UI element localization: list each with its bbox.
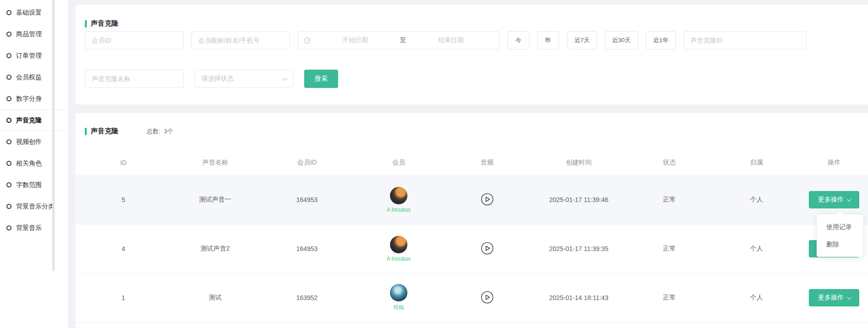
sidebar-item-label: 背景音乐: [16, 224, 42, 232]
cell-member: A Incubus: [355, 236, 442, 262]
col-header-id: ID: [75, 159, 172, 166]
col-header-member-id: 会员ID: [259, 159, 355, 167]
cell-id: 4: [75, 245, 172, 252]
cell-voice-name: 测试声音2: [172, 245, 259, 253]
avatar[interactable]: [390, 187, 407, 204]
sidebar-item-related-roles[interactable]: 相关角色: [0, 153, 68, 174]
cell-status: 正常: [626, 245, 713, 253]
member-id-input[interactable]: [85, 31, 184, 49]
cell-audio: [442, 291, 532, 305]
voice-clone-table: ID 声音名称 会员ID 会员 音频 创建时间 状态 归属 操作 5 测试声音一…: [75, 150, 868, 323]
table-row: 4 测试声音2 164953 A Incubus 2025-01-17 11:3…: [75, 224, 868, 273]
voice-clone-table-card: 声音克隆 总数: 3个 ID 声音名称 会员ID 会员 音频 创建时间 状态 归…: [75, 113, 868, 328]
sidebar-item-video-creation[interactable]: 视频创作: [0, 131, 68, 153]
voice-clone-id-input[interactable]: [684, 31, 807, 49]
section-marker: [85, 128, 87, 135]
col-header-voice-name: 声音名称: [172, 159, 259, 167]
quick-yesterday-button[interactable]: 昨: [537, 31, 559, 49]
sidebar-scrollbar[interactable]: [52, 0, 55, 271]
filter-section-title: 声音克隆: [85, 19, 118, 28]
col-header-member: 会员: [355, 159, 442, 167]
status-select[interactable]: 请选择状态: [195, 70, 293, 88]
col-header-status: 状态: [626, 159, 713, 167]
play-audio-icon[interactable]: [481, 193, 494, 206]
avatar[interactable]: [390, 236, 407, 253]
cell-id: 1: [75, 294, 172, 301]
member-name-link[interactable]: 培灿: [393, 304, 404, 312]
clock-icon: [304, 37, 311, 44]
cell-owner: 个人: [713, 294, 800, 302]
sidebar-item-label: 相关角色: [16, 159, 42, 168]
filter-card: 声音克隆 开始日期 至 结束日期 今 昨 近7天 近30天 近1年 请选择状态 …: [75, 5, 868, 104]
member-name-link[interactable]: A Incubus: [387, 207, 411, 213]
col-header-audio: 音频: [442, 159, 532, 167]
play-audio-icon[interactable]: [481, 291, 494, 304]
filter-row-1: 开始日期 至 结束日期 今 昨 近7天 近30天 近1年: [85, 31, 859, 49]
sidebar-item-order-mgmt[interactable]: 订单管理: [0, 45, 68, 66]
sidebar-item-label: 数字分身: [16, 95, 42, 103]
search-button[interactable]: 搜索: [304, 70, 338, 88]
play-audio-icon[interactable]: [481, 242, 494, 255]
avatar[interactable]: [390, 284, 407, 301]
table-section-header: 声音克隆 总数: 3个: [85, 127, 173, 136]
cell-voice-name: 测试: [172, 294, 259, 302]
more-actions-button[interactable]: 更多操作: [809, 289, 859, 306]
radio-circle-icon: [6, 75, 11, 80]
dropdown-item-usage-log[interactable]: 使用记录: [817, 218, 863, 235]
member-name-link[interactable]: A Incubus: [387, 256, 411, 262]
cell-created-time: 2025-01-17 11:39:46: [532, 196, 626, 203]
cell-member-id: 164953: [259, 245, 355, 252]
quick-today-button[interactable]: 今: [507, 31, 529, 49]
total-count: 总数: 3个: [147, 127, 173, 136]
chevron-down-icon: [847, 295, 851, 300]
voice-clone-name-input[interactable]: [85, 70, 184, 88]
chevron-down-icon: [283, 76, 288, 81]
sidebar-item-digital-avatar[interactable]: 数字分身: [0, 88, 68, 109]
dropdown-item-delete[interactable]: 删除: [817, 235, 863, 253]
more-actions-label: 更多操作: [818, 196, 844, 204]
cell-status: 正常: [626, 196, 713, 204]
radio-circle-icon: [6, 204, 11, 209]
radio-circle-icon: [6, 182, 11, 187]
quick-30days-button[interactable]: 近30天: [605, 31, 638, 49]
sidebar-item-label: 订单管理: [16, 52, 42, 60]
cell-owner: 个人: [713, 245, 800, 253]
date-start-placeholder[interactable]: 开始日期: [312, 36, 398, 44]
quick-7days-button[interactable]: 近7天: [567, 31, 597, 49]
col-header-created: 创建时间: [532, 159, 626, 167]
sidebar-item-label: 声音克隆: [16, 116, 42, 125]
sidebar-item-bgm-category[interactable]: 背景音乐分类: [0, 196, 68, 217]
sidebar-item-bgm[interactable]: 背景音乐: [0, 217, 68, 239]
date-separator: 至: [400, 36, 406, 44]
filter-title-text: 声音克隆: [91, 19, 118, 28]
sidebar-item-product-mgmt[interactable]: 商品管理: [0, 23, 68, 45]
member-name-input[interactable]: [191, 31, 290, 49]
sidebar-item-basic-settings[interactable]: 基础设置: [0, 2, 68, 23]
quick-1year-button[interactable]: 近1年: [646, 31, 676, 49]
radio-circle-icon: [6, 161, 11, 166]
total-count-label: 总数:: [147, 128, 161, 135]
chevron-down-icon: [847, 197, 851, 202]
more-actions-button[interactable]: 更多操作: [809, 191, 859, 208]
sidebar-item-label: 商品管理: [16, 30, 42, 38]
table-title-text: 声音克隆: [91, 127, 118, 136]
sidebar-item-member-benefits[interactable]: 会员权益: [0, 66, 68, 88]
date-end-placeholder[interactable]: 结束日期: [408, 36, 494, 44]
cell-member: 培灿: [355, 284, 442, 312]
sidebar-item-word-count-range[interactable]: 字数范围: [0, 174, 68, 196]
cell-audio: [442, 242, 532, 256]
total-count-value: 3个: [164, 128, 173, 135]
radio-circle-icon: [6, 10, 11, 15]
cell-owner: 个人: [713, 196, 800, 204]
date-range-picker[interactable]: 开始日期 至 结束日期: [298, 31, 500, 49]
filter-row-2: 请选择状态 搜索: [85, 70, 338, 88]
status-select-placeholder: 请选择状态: [201, 75, 234, 83]
sidebar-item-voice-clone[interactable]: 声音克隆: [0, 109, 68, 131]
more-actions-dropdown: 使用记录 删除: [817, 214, 863, 257]
radio-circle-icon: [6, 32, 11, 37]
more-actions-label: 更多操作: [818, 294, 844, 302]
radio-circle-icon: [6, 53, 11, 58]
cell-audio: [442, 193, 532, 207]
sidebar-item-label: 背景音乐分类: [16, 202, 55, 211]
sidebar-item-label: 会员权益: [16, 73, 42, 82]
